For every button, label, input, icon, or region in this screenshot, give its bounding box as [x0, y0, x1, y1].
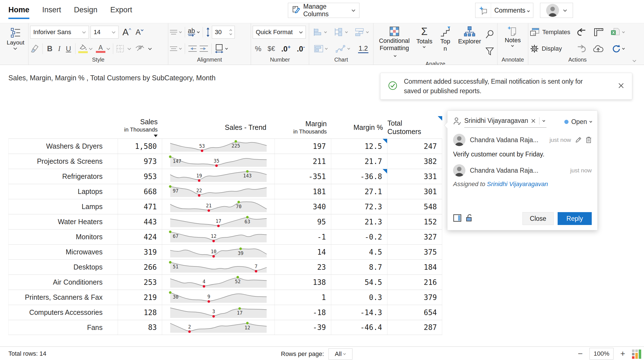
cell-sales[interactable]: 443 [118, 214, 162, 229]
cell-sales-trend[interactable]: 19143 [162, 169, 275, 184]
bar-chart-icon[interactable] [314, 28, 327, 36]
comments-button[interactable]: Comments [475, 3, 533, 18]
cell-margin[interactable]: -39 [275, 320, 331, 335]
reply-button[interactable]: Reply [558, 212, 592, 225]
close-button[interactable]: Close [522, 212, 554, 225]
tab-design[interactable]: Design [74, 6, 98, 19]
cell-total-customers[interactable]: 152 [387, 214, 442, 229]
cell-total-customers[interactable]: 382 [387, 154, 442, 169]
horizontal-align-icon[interactable] [170, 46, 177, 51]
cell-margin-pct[interactable]: 8.7 [331, 260, 387, 275]
top-n-button[interactable]: Top n [435, 25, 455, 60]
underline-button[interactable]: U [65, 44, 72, 53]
cell-margin-pct[interactable]: 21.7 [331, 154, 387, 169]
bold-button[interactable]: B [46, 44, 54, 53]
header-total-customers[interactable]: Total Customers [387, 116, 442, 139]
cell-sales-trend[interactable]: 1267 [162, 229, 275, 244]
cell-sales[interactable]: 471 [118, 199, 162, 214]
cell-margin[interactable]: -18 [275, 305, 331, 320]
percent-format-icon[interactable]: % [255, 44, 261, 53]
cell-total-customers[interactable]: 331 [387, 169, 442, 184]
toast-close-icon[interactable] [617, 82, 625, 90]
cell-sales[interactable]: 219 [118, 290, 162, 305]
zoom-in-button[interactable]: + [619, 349, 627, 358]
chevron-down-icon[interactable] [197, 31, 200, 33]
cell-margin[interactable]: 340 [275, 199, 331, 214]
font-family-select[interactable]: Inforiver Sans [30, 26, 89, 39]
cell-margin[interactable]: 197 [275, 139, 331, 154]
row-label[interactable]: Printers, Scanners & Fax [8, 290, 118, 305]
chevron-down-icon[interactable] [543, 119, 545, 122]
cell-total-customers[interactable]: 654 [387, 305, 442, 320]
zoom-level[interactable]: 100% [589, 348, 614, 360]
chevron-down-icon[interactable] [179, 47, 182, 50]
hierarchy-chart-icon[interactable] [334, 28, 348, 37]
publish-cloud-icon[interactable] [593, 44, 604, 53]
chevron-down-icon[interactable] [179, 31, 182, 33]
increase-decimal-icon[interactable]: .0+ [281, 44, 291, 53]
cell-sales-trend[interactable]: 2297 [162, 184, 275, 199]
cell-total-customers[interactable]: 247 [387, 139, 442, 154]
row-label[interactable]: Microwaves [8, 245, 118, 259]
quick-format-select[interactable]: Quick Format [253, 26, 306, 39]
cell-margin-pct[interactable]: 12.5 [331, 139, 387, 154]
cell-margin-pct[interactable]: -36.8 [331, 169, 387, 184]
cell-total-customers[interactable]: 301 [387, 184, 442, 199]
number-scale-icon[interactable]: 1.2 [358, 44, 368, 53]
explorer-button[interactable]: Explorer [455, 25, 484, 60]
cell-sales-trend[interactable]: 452 [162, 275, 275, 290]
decrease-font-icon[interactable]: A [136, 28, 143, 37]
user-avatar-button[interactable] [540, 3, 573, 18]
cell-sales[interactable]: 424 [118, 229, 162, 244]
cell-sales-trend[interactable]: 53225 [162, 139, 275, 154]
zoom-out-button[interactable]: − [576, 349, 584, 358]
cell-sales-trend[interactable]: 317 [162, 305, 275, 320]
cell-sales[interactable]: 1,580 [118, 139, 162, 154]
cell-sales-trend[interactable]: 1039 [162, 245, 275, 259]
collapse-ribbon-icon[interactable] [633, 58, 636, 62]
tab-home[interactable]: Home [8, 6, 29, 19]
currency-format-icon[interactable]: $€ [267, 45, 275, 53]
cell-sales[interactable]: 253 [118, 275, 162, 290]
cell-sales-trend[interactable]: 2170 [162, 199, 275, 214]
display-button[interactable]: Display [530, 44, 562, 53]
cell-total-customers[interactable]: 548 [387, 199, 442, 214]
filter-icon[interactable] [485, 47, 494, 56]
row-label[interactable]: Monitors [8, 229, 118, 244]
manage-columns-button[interactable]: Manage Columns [288, 3, 359, 18]
format-painter-icon[interactable] [30, 44, 40, 53]
increase-indent-icon[interactable] [199, 45, 209, 52]
tab-export[interactable]: Export [110, 6, 132, 19]
cell-margin-pct[interactable]: 0.3 [331, 290, 387, 305]
row-height-stepper[interactable]: 30 [212, 26, 235, 39]
header-rowlabels[interactable] [8, 116, 118, 139]
data-bars-icon[interactable] [314, 45, 328, 53]
row-label[interactable]: Computers Accessories [8, 305, 118, 320]
cell-total-customers[interactable]: 327 [387, 229, 442, 244]
cell-sales-trend[interactable]: 1763 [162, 214, 275, 229]
header-sales[interactable]: Sales in Thousands [118, 116, 162, 139]
cell-sales-trend[interactable]: 930 [162, 290, 275, 305]
comment-status[interactable]: Open [564, 118, 592, 126]
cell-sales[interactable]: 668 [118, 184, 162, 199]
cell-margin[interactable]: -1 [275, 229, 331, 244]
column-width-button[interactable] [214, 44, 224, 53]
font-color-button[interactable]: A [96, 45, 105, 53]
italic-button[interactable]: I [56, 44, 63, 53]
layout-button[interactable]: Layout [4, 25, 27, 51]
assignee-chip[interactable]: Srinidhi Vijayaragavan [464, 116, 546, 128]
row-label[interactable]: Washers & Dryers [8, 139, 118, 154]
ruler-icon[interactable] [594, 28, 604, 37]
increase-font-icon[interactable]: A^ [122, 27, 131, 37]
delete-comment-icon[interactable] [586, 137, 592, 143]
row-label[interactable]: Desktops [8, 260, 118, 275]
cell-total-customers[interactable]: 184 [387, 260, 442, 275]
chevron-down-icon[interactable] [148, 46, 152, 50]
row-label[interactable]: Projectors & Screens [8, 154, 118, 169]
notes-button[interactable]: Notes [502, 25, 524, 48]
chevron-down-icon[interactable] [106, 46, 110, 50]
cell-margin-pct[interactable]: 54.5 [331, 275, 387, 290]
cell-sales-trend[interactable]: 751 [162, 260, 275, 275]
cell-margin-pct[interactable]: 27.1 [331, 184, 387, 199]
cell-sales[interactable]: 319 [118, 245, 162, 259]
